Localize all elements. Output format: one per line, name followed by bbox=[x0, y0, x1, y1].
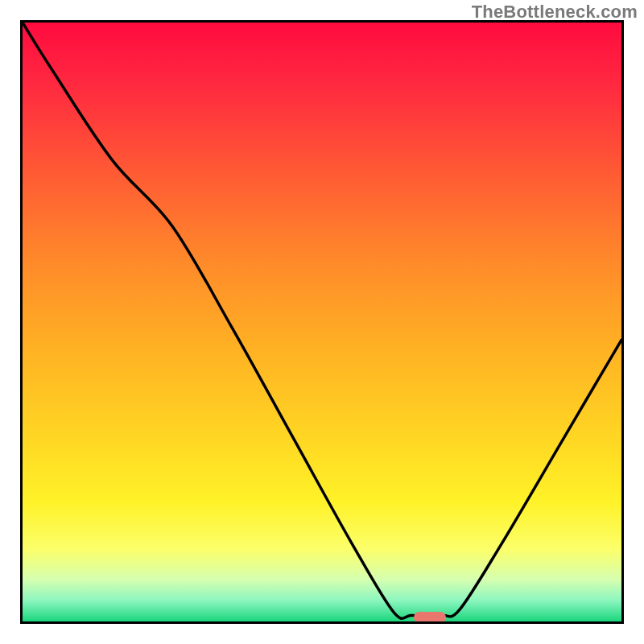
plot-area bbox=[20, 20, 624, 624]
bottleneck-curve bbox=[23, 23, 621, 618]
chart-frame: TheBottleneck.com bbox=[0, 0, 644, 644]
watermark-text: TheBottleneck.com bbox=[472, 2, 638, 23]
optimal-marker bbox=[414, 612, 446, 623]
curve-layer bbox=[23, 23, 621, 621]
